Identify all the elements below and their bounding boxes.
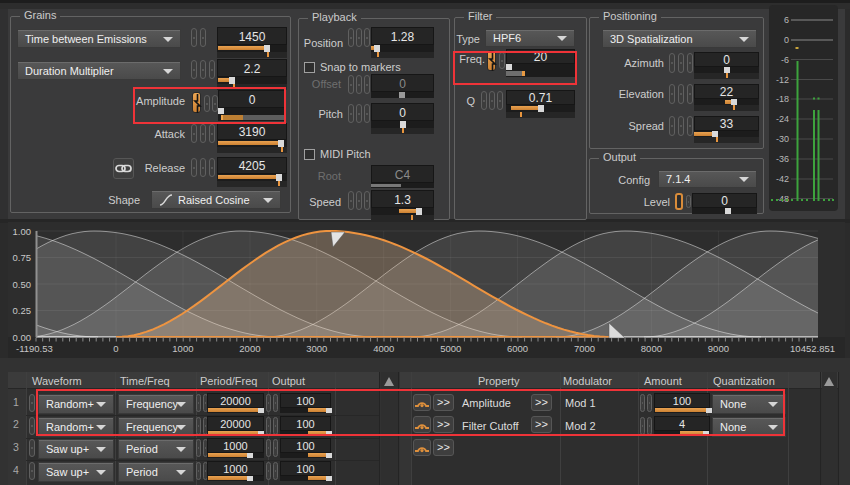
svg-text:0: 0 [784, 35, 789, 45]
svg-text:5000: 5000 [440, 343, 461, 354]
svg-text:7000: 7000 [574, 343, 595, 354]
svg-text:9000: 9000 [708, 343, 729, 354]
svg-text:-1190.53: -1190.53 [16, 343, 53, 354]
svg-text:-30: -30 [776, 134, 789, 144]
svg-text:-18: -18 [776, 94, 789, 104]
svg-text:-48: -48 [776, 194, 789, 204]
svg-text:-36: -36 [776, 154, 789, 164]
svg-text:8000: 8000 [641, 343, 662, 354]
svg-text:3000: 3000 [306, 343, 327, 354]
svg-text:4000: 4000 [373, 343, 394, 354]
svg-text:1000: 1000 [172, 343, 193, 354]
svg-text:0.25: 0.25 [13, 305, 32, 316]
svg-text:0.00: 0.00 [13, 332, 32, 343]
svg-text:-6: -6 [781, 55, 789, 65]
svg-text:-24: -24 [776, 114, 789, 124]
svg-text:10452.851: 10452.851 [790, 343, 835, 354]
svg-text:0.75: 0.75 [13, 252, 32, 263]
svg-text:0: 0 [113, 343, 118, 354]
svg-text:6: 6 [784, 15, 789, 25]
svg-text:-42: -42 [776, 174, 789, 184]
svg-text:-12: -12 [776, 75, 789, 85]
svg-text:6000: 6000 [507, 343, 528, 354]
svg-text:2000: 2000 [239, 343, 260, 354]
svg-text:0.50: 0.50 [13, 279, 32, 290]
svg-text:1.00: 1.00 [13, 226, 32, 237]
